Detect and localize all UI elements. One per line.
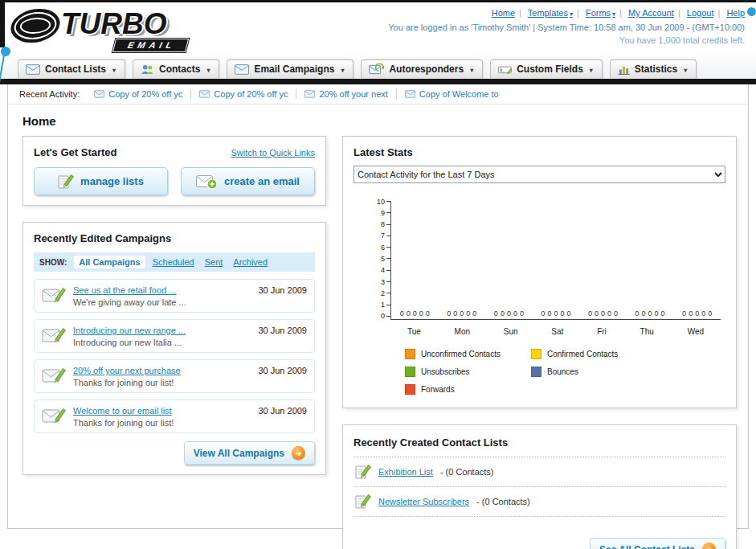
envelope-icon <box>94 90 104 98</box>
link-help[interactable]: Help <box>726 8 745 18</box>
legend-item: Bounces <box>531 367 657 377</box>
x-tick-label: Sun <box>504 327 518 336</box>
link-logout[interactable]: Logout <box>687 8 714 18</box>
separator <box>515 8 525 18</box>
pencil-list-icon <box>355 494 371 510</box>
campaign-subtitle: Thanks for joining our list! <box>73 418 251 428</box>
tab-custom-fields[interactable]: Custom Fields <box>490 59 603 79</box>
link-home[interactable]: Home <box>492 8 515 18</box>
tab-contact-lists[interactable]: Contact Lists <box>18 59 125 79</box>
tab-autoresponders[interactable]: Autoresponders <box>361 59 483 79</box>
show-label: SHOW: <box>39 258 67 267</box>
campaign-title-link[interactable]: Introducing our new range ... <box>73 326 251 335</box>
create-email-button[interactable]: create an email <box>181 167 315 195</box>
tab-contacts[interactable]: Contacts <box>133 59 219 79</box>
separator <box>713 8 724 18</box>
link-help-label: Help <box>726 8 745 18</box>
blue-dot-decoration-right <box>747 7 756 16</box>
switch-quick-links-link[interactable]: Switch to Quick Links <box>231 148 315 158</box>
value-label-group: 00000 <box>400 309 430 318</box>
tab-email-campaigns[interactable]: Email Campaigns <box>227 59 353 79</box>
campaign-title-link[interactable]: 20% off your next purchase <box>73 366 251 375</box>
tab-email-campaigns-label: Email Campaigns <box>254 64 334 75</box>
logo-subtitle: EMAIL <box>112 39 189 52</box>
campaigns-title: Recently Edited Campaigns <box>34 232 315 244</box>
autoresponders-icon <box>369 64 384 75</box>
stats-chart: 109876543210 000000000000000000000000000… <box>353 201 725 395</box>
pencil-list-icon <box>58 174 74 190</box>
link-my-account[interactable]: My Account <box>628 8 674 18</box>
see-all-contact-lists-label: See All Contact Lists <box>599 544 695 549</box>
app-logo[interactable]: TURBO EMAIL <box>8 4 241 52</box>
login-info: You are logged in as 'Timothy Smith' | S… <box>388 22 745 34</box>
caret-down-icon <box>205 64 210 75</box>
contact-lists-panel: Recently Created Contact Lists Exhibitio… <box>342 424 737 549</box>
recent-activity-bar: Recent Activity: Copy of 20% off yc Copy… <box>8 84 748 104</box>
logo-swirl-icon <box>7 9 63 43</box>
legend-item: Confirmed Contacts <box>531 349 657 359</box>
campaign-date: 30 Jun 2009 <box>258 326 307 335</box>
activity-item[interactable]: Copy of Welcome to <box>397 89 507 99</box>
campaigns-panel: Recently Edited Campaigns SHOW: All Camp… <box>22 222 326 475</box>
campaign-subtitle: Introducing our new Italia ... <box>73 338 251 347</box>
contact-list-name-link[interactable]: Newsletter Subscribers <box>378 497 469 506</box>
contact-list-count: - (0 Contacts) <box>476 497 530 506</box>
value-label-group: 00000 <box>541 309 570 318</box>
contact-lists-icon <box>26 64 40 75</box>
campaigns-filter-bar: SHOW: All Campaigns Scheduled Sent Archi… <box>34 252 315 272</box>
campaign-row: See us at the retail food ... We're givi… <box>34 279 315 313</box>
filter-sent[interactable]: Sent <box>205 257 223 267</box>
legend-item: Unconfirmed Contacts <box>405 349 531 359</box>
caret-down-icon <box>588 64 593 75</box>
app-window: TURBO EMAIL Home Templates Forms My Acco… <box>0 0 756 549</box>
chart-value-labels: 00000000000000000000000000000000000 <box>391 309 721 318</box>
custom-fields-icon <box>498 64 512 75</box>
filter-scheduled[interactable]: Scheduled <box>153 257 194 267</box>
campaign-title-link[interactable]: Welcome to our email list <box>73 406 251 416</box>
stats-panel: Latest Stats Contact Activity for the La… <box>342 136 737 408</box>
link-templates[interactable]: Templates <box>528 8 573 18</box>
contact-lists-title: Recently Created Contact Lists <box>353 436 508 449</box>
pencil-list-icon <box>355 464 371 480</box>
activity-item[interactable]: Copy of 20% off yc <box>191 89 296 99</box>
tab-contacts-label: Contacts <box>159 64 200 75</box>
recent-activity-label: Recent Activity: <box>19 89 80 99</box>
stats-range-select[interactable]: Contact Activity for the Last 7 Days <box>353 166 725 183</box>
campaign-date: 30 Jun 2009 <box>258 366 307 375</box>
value-label-group: 00000 <box>447 309 476 318</box>
filter-archived[interactable]: Archived <box>233 257 268 267</box>
legend-swatch <box>405 349 415 359</box>
activity-item[interactable]: Copy of 20% off yc <box>86 89 191 99</box>
email-campaigns-icon <box>235 64 249 75</box>
caret-down-icon <box>468 64 473 75</box>
campaign-subtitle: We're giving away our late ... <box>73 297 251 307</box>
arrow-circle-icon <box>292 446 305 460</box>
filter-all-campaigns[interactable]: All Campaigns <box>74 256 145 268</box>
activity-item-label: Copy of Welcome to <box>419 89 499 99</box>
view-all-campaigns-button[interactable]: View All Campaigns <box>184 441 315 465</box>
manage-lists-button[interactable]: manage lists <box>34 167 168 195</box>
y-tick: 5 <box>381 255 390 262</box>
x-tick-label: Fri <box>597 327 607 336</box>
tab-statistics[interactable]: Statistics <box>610 59 697 79</box>
activity-item-label: 20% off your next <box>319 89 387 99</box>
campaign-row: 20% off your next purchase Thanks for jo… <box>34 359 315 393</box>
chart-x-axis: TueMonSunSatFriThuWed <box>390 323 721 336</box>
activity-item[interactable]: 20% off your next <box>296 89 396 99</box>
logo-title: TURBO <box>61 7 167 40</box>
link-forms[interactable]: Forms <box>586 8 615 18</box>
see-all-contact-lists-button[interactable]: See All Contact Lists <box>590 538 725 549</box>
caret-down-icon <box>339 64 344 75</box>
envelope-pencil-icon <box>42 366 66 383</box>
tab-autoresponders-label: Autoresponders <box>389 64 464 75</box>
get-started-panel: Let's Get Started Switch to Quick Links … <box>22 136 326 206</box>
y-tick: 6 <box>381 244 390 251</box>
credits-info: You have 1,000 total credits left. <box>388 35 745 47</box>
y-tick: 10 <box>377 198 390 205</box>
link-forms-label: Forms <box>586 8 611 18</box>
contact-list-name-link[interactable]: Exhibition List <box>378 467 433 477</box>
tab-contact-lists-label: Contact Lists <box>45 64 106 75</box>
main-navigation: Contact Lists Contacts Email Campaigns A… <box>0 52 756 79</box>
campaign-title-link[interactable]: See us at the retail food ... <box>73 285 251 295</box>
edge-decoration <box>0 2 5 47</box>
